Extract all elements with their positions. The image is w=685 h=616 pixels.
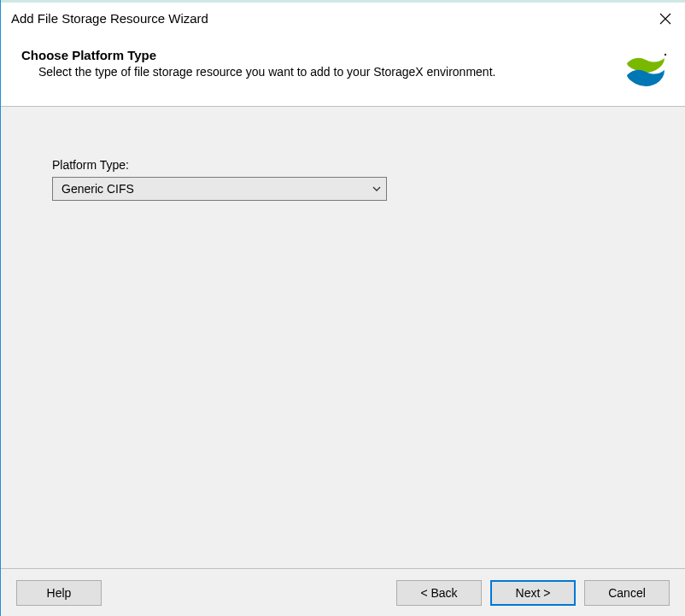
wizard-step-description: Select the type of file storage resource… [38,64,568,80]
cancel-button[interactable]: Cancel [584,580,670,606]
storagex-logo-icon [624,48,668,92]
wizard-header-text: Choose Platform Type Select the type of … [21,48,624,80]
wizard-content: Platform Type: Generic CIFS [1,107,685,568]
footer-right-group: < Back Next > Cancel [396,580,670,606]
close-button[interactable] [646,3,685,34]
platform-type-value: Generic CIFS [61,182,134,196]
back-button[interactable]: < Back [396,580,482,606]
help-button[interactable]: Help [16,580,102,606]
wizard-window: Add File Storage Resource Wizard Choose … [0,0,685,616]
window-title: Add File Storage Resource Wizard [11,11,208,26]
footer-left-group: Help [16,580,102,606]
wizard-step-title: Choose Platform Type [21,48,606,62]
svg-point-2 [665,54,666,56]
wizard-header: Choose Platform Type Select the type of … [1,34,685,107]
wizard-footer: Help < Back Next > Cancel [1,568,685,616]
titlebar: Add File Storage Resource Wizard [1,0,685,34]
close-icon [659,13,671,25]
platform-type-label: Platform Type: [52,158,634,172]
next-button[interactable]: Next > [490,580,576,606]
chevron-down-icon [372,182,381,196]
platform-type-dropdown[interactable]: Generic CIFS [52,177,387,201]
